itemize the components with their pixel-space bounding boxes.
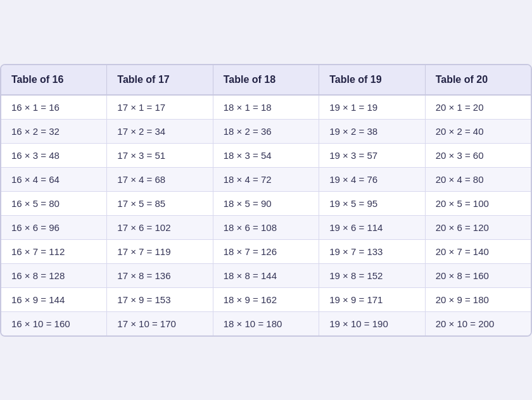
- cell-row0-col0: 16 × 1 = 16: [1, 95, 107, 120]
- column-header-3: Table of 19: [319, 65, 425, 95]
- table-row: 16 × 7 = 11217 × 7 = 11918 × 7 = 12619 ×…: [1, 239, 531, 263]
- cell-row1-col1: 17 × 2 = 34: [107, 119, 213, 143]
- cell-row8-col4: 20 × 9 = 180: [425, 287, 531, 311]
- table-header-row: Table of 16Table of 17Table of 18Table o…: [1, 65, 531, 95]
- cell-row7-col4: 20 × 8 = 160: [425, 263, 531, 287]
- column-header-1: Table of 17: [107, 65, 213, 95]
- multiplication-table: Table of 16Table of 17Table of 18Table o…: [1, 65, 531, 335]
- cell-row3-col3: 19 × 4 = 76: [319, 167, 425, 191]
- cell-row9-col4: 20 × 10 = 200: [425, 311, 531, 335]
- table-row: 16 × 3 = 4817 × 3 = 5118 × 3 = 5419 × 3 …: [1, 143, 531, 167]
- cell-row7-col3: 19 × 8 = 152: [319, 263, 425, 287]
- cell-row4-col1: 17 × 5 = 85: [107, 191, 213, 215]
- cell-row3-col4: 20 × 4 = 80: [425, 167, 531, 191]
- cell-row5-col0: 16 × 6 = 96: [1, 215, 107, 239]
- cell-row0-col3: 19 × 1 = 19: [319, 95, 425, 120]
- cell-row9-col1: 17 × 10 = 170: [107, 311, 213, 335]
- cell-row7-col0: 16 × 8 = 128: [1, 263, 107, 287]
- table-row: 16 × 2 = 3217 × 2 = 3418 × 2 = 3619 × 2 …: [1, 119, 531, 143]
- cell-row0-col1: 17 × 1 = 17: [107, 95, 213, 120]
- multiplication-table-container: Table of 16Table of 17Table of 18Table o…: [0, 64, 532, 337]
- cell-row6-col4: 20 × 7 = 140: [425, 239, 531, 263]
- cell-row6-col0: 16 × 7 = 112: [1, 239, 107, 263]
- cell-row2-col2: 18 × 3 = 54: [213, 143, 319, 167]
- table-row: 16 × 5 = 8017 × 5 = 8518 × 5 = 9019 × 5 …: [1, 191, 531, 215]
- cell-row6-col3: 19 × 7 = 133: [319, 239, 425, 263]
- cell-row4-col3: 19 × 5 = 95: [319, 191, 425, 215]
- cell-row1-col2: 18 × 2 = 36: [213, 119, 319, 143]
- cell-row3-col2: 18 × 4 = 72: [213, 167, 319, 191]
- cell-row4-col0: 16 × 5 = 80: [1, 191, 107, 215]
- table-row: 16 × 6 = 9617 × 6 = 10218 × 6 = 10819 × …: [1, 215, 531, 239]
- cell-row5-col4: 20 × 6 = 120: [425, 215, 531, 239]
- cell-row4-col4: 20 × 5 = 100: [425, 191, 531, 215]
- cell-row4-col2: 18 × 5 = 90: [213, 191, 319, 215]
- cell-row8-col2: 18 × 9 = 162: [213, 287, 319, 311]
- cell-row0-col2: 18 × 1 = 18: [213, 95, 319, 120]
- table-row: 16 × 8 = 12817 × 8 = 13618 × 8 = 14419 ×…: [1, 263, 531, 287]
- cell-row3-col0: 16 × 4 = 64: [1, 167, 107, 191]
- cell-row6-col1: 17 × 7 = 119: [107, 239, 213, 263]
- table-body: 16 × 1 = 1617 × 1 = 1718 × 1 = 1819 × 1 …: [1, 95, 531, 335]
- cell-row1-col0: 16 × 2 = 32: [1, 119, 107, 143]
- cell-row0-col4: 20 × 1 = 20: [425, 95, 531, 120]
- cell-row5-col1: 17 × 6 = 102: [107, 215, 213, 239]
- cell-row5-col2: 18 × 6 = 108: [213, 215, 319, 239]
- cell-row9-col2: 18 × 10 = 180: [213, 311, 319, 335]
- cell-row8-col0: 16 × 9 = 144: [1, 287, 107, 311]
- cell-row8-col1: 17 × 9 = 153: [107, 287, 213, 311]
- cell-row2-col3: 19 × 3 = 57: [319, 143, 425, 167]
- cell-row8-col3: 19 × 9 = 171: [319, 287, 425, 311]
- table-row: 16 × 1 = 1617 × 1 = 1718 × 1 = 1819 × 1 …: [1, 95, 531, 120]
- column-header-2: Table of 18: [213, 65, 319, 95]
- table-row: 16 × 9 = 14417 × 9 = 15318 × 9 = 16219 ×…: [1, 287, 531, 311]
- column-header-4: Table of 20: [425, 65, 531, 95]
- cell-row5-col3: 19 × 6 = 114: [319, 215, 425, 239]
- table-row: 16 × 4 = 6417 × 4 = 6818 × 4 = 7219 × 4 …: [1, 167, 531, 191]
- table-row: 16 × 10 = 16017 × 10 = 17018 × 10 = 1801…: [1, 311, 531, 335]
- cell-row6-col2: 18 × 7 = 126: [213, 239, 319, 263]
- cell-row9-col3: 19 × 10 = 190: [319, 311, 425, 335]
- cell-row1-col4: 20 × 2 = 40: [425, 119, 531, 143]
- cell-row2-col4: 20 × 3 = 60: [425, 143, 531, 167]
- cell-row2-col0: 16 × 3 = 48: [1, 143, 107, 167]
- cell-row7-col1: 17 × 8 = 136: [107, 263, 213, 287]
- column-header-0: Table of 16: [1, 65, 107, 95]
- cell-row7-col2: 18 × 8 = 144: [213, 263, 319, 287]
- cell-row1-col3: 19 × 2 = 38: [319, 119, 425, 143]
- cell-row2-col1: 17 × 3 = 51: [107, 143, 213, 167]
- cell-row3-col1: 17 × 4 = 68: [107, 167, 213, 191]
- cell-row9-col0: 16 × 10 = 160: [1, 311, 107, 335]
